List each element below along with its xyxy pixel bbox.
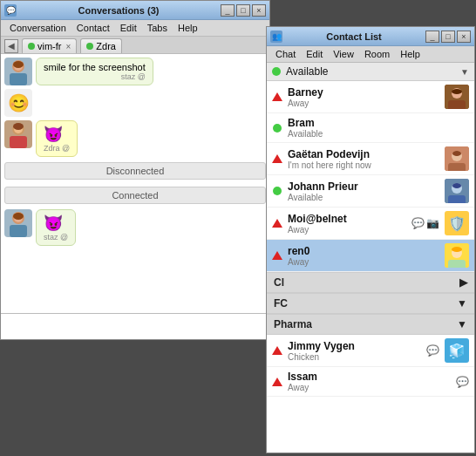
johann-status-icon [272, 186, 282, 196]
bram-name: Bram [288, 117, 469, 129]
conv-window-title: Conversations (3) [17, 5, 221, 16]
available-dot-icon-2 [273, 187, 282, 195]
camera-action-icon[interactable]: 📷 [426, 217, 439, 229]
contact-status-bar[interactable]: Available ▼ [267, 63, 474, 81]
moi-avatar: 🛡️ [445, 211, 469, 235]
svg-point-15 [452, 89, 462, 94]
gaetan-info: Gaëtan Podevijn I'm not here right now [288, 148, 439, 170]
svg-rect-9 [10, 225, 27, 237]
tab-close-icon[interactable]: × [66, 42, 71, 51]
message-text: smile for the screenshot [44, 62, 146, 72]
message-emoji-3: 😈 [44, 214, 63, 232]
gaetan-avatar [445, 146, 469, 171]
gaetan-status-icon [272, 153, 282, 164]
reno-info: ren0 Away [288, 245, 439, 267]
contact-item-issam[interactable]: Issam Away 💬 [267, 367, 474, 397]
issam-status: Away [288, 383, 451, 392]
menu-help-contact[interactable]: Help [395, 47, 425, 61]
issam-actions: 💬 [456, 376, 469, 388]
svg-rect-5 [10, 136, 27, 148]
barney-avatar [445, 85, 469, 109]
jimmy-name: Jimmy Vygen [288, 340, 421, 352]
svg-point-19 [452, 151, 461, 156]
menu-conversation[interactable]: Conversation [4, 21, 71, 35]
conv-maximize-btn[interactable]: □ [236, 4, 250, 17]
message-bubble: smile for the screenshot staz @ [36, 58, 153, 85]
gaetan-name: Gaëtan Podevijn [288, 148, 439, 160]
conv-tab-bar: ◀ vim-fr × Zdra [1, 37, 269, 54]
zdra-message-row: 😈 Zdra @ [4, 120, 266, 157]
menu-tabs[interactable]: Tabs [142, 21, 173, 35]
menu-chat[interactable]: Chat [270, 47, 301, 61]
group-header-pharma[interactable]: Pharma ▼ [267, 314, 474, 335]
contact-item-gaetan[interactable]: Gaëtan Podevijn I'm not here right now [267, 143, 474, 175]
gaetan-status: I'm not here right now [288, 160, 439, 170]
conv-menubar: Conversation Contact Edit Tabs Help [1, 20, 269, 37]
issam-name: Issam [288, 371, 451, 383]
emoji-avatar: 😊 [4, 89, 32, 117]
jimmy-status: Chicken [288, 352, 421, 362]
tab-zdra[interactable]: Zdra [80, 38, 122, 53]
menu-edit-contact[interactable]: Edit [301, 47, 328, 61]
moi-name: Moi@belnet [288, 213, 406, 225]
conversations-titlebar: 💬 Conversations (3) _ □ × [1, 1, 269, 20]
svg-rect-1 [10, 73, 27, 85]
conv-close-btn[interactable]: × [252, 4, 266, 17]
svg-rect-18 [448, 163, 466, 171]
contact-menubar: Chat Edit View Room Help [267, 46, 474, 63]
jimmy-chat-icon[interactable]: 💬 [426, 344, 439, 357]
zdra-emoji: 😈 [44, 126, 63, 143]
menu-view[interactable]: View [328, 47, 359, 61]
moi-status-icon [272, 218, 282, 228]
contact-item-moi[interactable]: Moi@belnet Away 💬 📷 🛡️ [267, 208, 474, 240]
menu-edit[interactable]: Edit [115, 21, 142, 35]
contact-item-johann[interactable]: Johann Prieur Available [267, 175, 474, 208]
contact-item-jimmy[interactable]: Jimmy Vygen Chicken 💬 🧊 [267, 335, 474, 367]
svg-rect-22 [448, 195, 466, 203]
status-dropdown-arrow[interactable]: ▼ [460, 67, 469, 77]
contact-titlebar-buttons: _ □ × [425, 31, 471, 43]
issam-info: Issam Away [288, 371, 451, 392]
tab-zdra-status-dot [86, 43, 93, 50]
menu-room[interactable]: Room [359, 47, 395, 61]
message-meta: staz @ [44, 72, 146, 81]
contact-close-btn[interactable]: × [457, 31, 471, 43]
message-meta-3: staz @ [44, 233, 68, 242]
group-cl-label: Cl [274, 276, 284, 289]
jimmy-avatar: 🧊 [445, 338, 469, 363]
contact-item-bram[interactable]: Bram Available [267, 113, 474, 143]
barney-info: Barney Away [288, 86, 439, 108]
away-triangle-icon-3 [272, 219, 282, 228]
barney-status: Away [288, 99, 439, 108]
conv-titlebar-buttons: _ □ × [221, 4, 266, 17]
chat-input[interactable] [4, 322, 266, 332]
contact-titlebar: 👥 Contact List _ □ × [267, 27, 474, 46]
zdra-message-bubble: 😈 Zdra @ [36, 120, 78, 157]
group-fc-label: FC [274, 297, 288, 310]
bram-status-icon [272, 123, 282, 133]
contact-maximize-btn[interactable]: □ [441, 31, 455, 43]
menu-contact[interactable]: Contact [71, 21, 115, 35]
menu-help[interactable]: Help [173, 21, 203, 35]
jimmy-info: Jimmy Vygen Chicken [288, 340, 421, 362]
group-cl-arrow: ▶ [459, 276, 467, 289]
available-dot-icon [273, 124, 282, 133]
contact-item-barney[interactable]: Barney Away [267, 81, 474, 113]
message-bubble-3: 😈 staz @ [36, 209, 76, 246]
johann-info: Johann Prieur Available [288, 180, 439, 202]
tab-vim-fr[interactable]: vim-fr × [22, 38, 77, 53]
chat-area: smile for the screenshot staz @ 😊 [1, 54, 269, 313]
available-status-dot [272, 67, 281, 76]
away-triangle-icon-5 [272, 346, 282, 355]
chat-action-icon[interactable]: 💬 [411, 217, 425, 229]
conv-minimize-btn[interactable]: _ [221, 4, 235, 17]
jimmy-actions: 💬 [426, 344, 439, 357]
group-header-cl[interactable]: Cl ▶ [267, 272, 474, 293]
connected-separator: Connected [4, 187, 266, 204]
message-row-3: 😈 staz @ [4, 209, 266, 246]
contact-minimize-btn[interactable]: _ [425, 31, 439, 43]
contact-item-reno[interactable]: ren0 Away [267, 240, 474, 272]
issam-chat-icon[interactable]: 💬 [456, 376, 469, 388]
group-header-fc[interactable]: FC ▼ [267, 293, 474, 314]
back-button[interactable]: ◀ [4, 39, 18, 53]
